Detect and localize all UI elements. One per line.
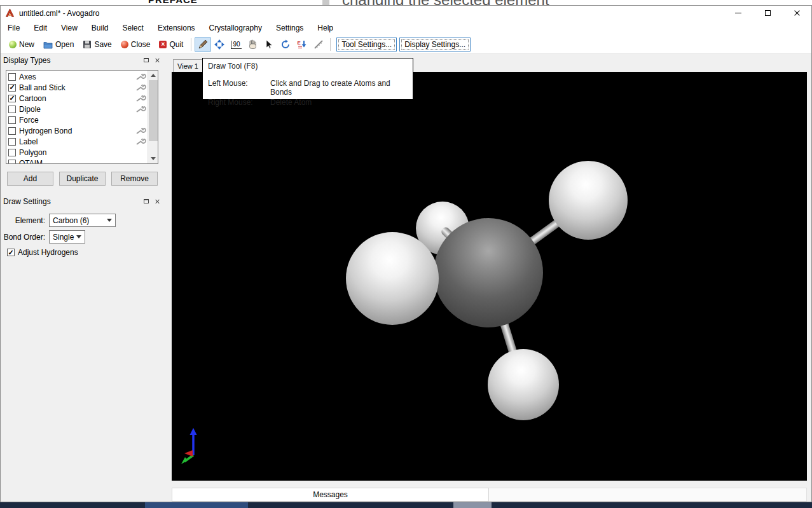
duplicate-button[interactable]: Duplicate — [59, 172, 106, 186]
select-tool-button[interactable] — [261, 37, 277, 52]
wrench-icon[interactable] — [136, 106, 146, 113]
messages-tab[interactable]: Messages — [172, 488, 489, 502]
manipulate-tool-button[interactable] — [244, 37, 261, 52]
screen: PREFACE changing the selected element un… — [0, 0, 812, 508]
close-file-label: Close — [131, 40, 151, 49]
minimize-icon — [735, 13, 741, 13]
adjust-hydrogens-checkbox[interactable]: ✓ — [7, 249, 15, 256]
display-type-row-polygon[interactable]: Polygon — [6, 147, 148, 158]
display-type-row-axes[interactable]: Axes — [6, 71, 148, 82]
close-button[interactable] — [782, 6, 811, 20]
checkbox[interactable] — [8, 116, 16, 124]
checkbox[interactable]: ✓ — [8, 95, 16, 102]
wrench-icon[interactable] — [136, 85, 146, 91]
close-file-button[interactable]: Close — [116, 38, 155, 51]
draw-tool-tooltip: Draw Tool (F8) Left Mouse: Click and Dra… — [202, 58, 413, 100]
save-label: Save — [94, 40, 111, 49]
maximize-button[interactable] — [753, 6, 782, 20]
menu-settings[interactable]: Settings — [269, 21, 310, 35]
optimize-icon: E — [297, 39, 307, 50]
hydrogen-atom-topright[interactable] — [549, 161, 628, 240]
float-panel-button[interactable] — [141, 56, 151, 64]
open-button[interactable]: Open — [39, 38, 78, 51]
minimize-button[interactable] — [724, 6, 753, 20]
close-panel-button[interactable] — [153, 197, 162, 205]
remove-button[interactable]: Remove — [111, 172, 158, 186]
new-button[interactable]: New — [4, 38, 39, 51]
checkbox[interactable] — [8, 149, 16, 156]
hydrogen-atom-bottom[interactable] — [488, 349, 559, 420]
quit-button[interactable]: × Quit — [155, 38, 188, 51]
display-types-header: Display Types — [1, 54, 165, 66]
wrench-icon[interactable] — [136, 139, 146, 145]
tooltip-key: Left Mouse: — [208, 79, 270, 97]
background-bottom-strip-segment — [145, 502, 248, 508]
menu-file[interactable]: File — [1, 21, 27, 35]
draw-tool-button[interactable] — [195, 37, 211, 52]
menubar: File Edit View Build Select Extensions C… — [1, 20, 811, 36]
adjust-hydrogens-row[interactable]: ✓ Adjust Hydrogens — [7, 248, 78, 257]
display-type-row-label[interactable]: Label — [6, 136, 148, 147]
auto-rotate-tool-button[interactable] — [277, 37, 294, 52]
checkbox[interactable] — [8, 160, 16, 165]
toolbar-separator — [330, 38, 331, 51]
display-type-label: Ball and Stick — [19, 83, 65, 92]
display-type-label: Axes — [19, 72, 36, 81]
scroll-down-icon — [151, 157, 156, 160]
scroll-up-button[interactable] — [148, 71, 158, 80]
scroll-up-icon — [151, 74, 156, 77]
view-tab[interactable]: View 1 — [173, 59, 203, 72]
add-button[interactable]: Add — [7, 172, 53, 186]
display-type-row-dipole[interactable]: Dipole — [6, 104, 148, 114]
wrench-icon[interactable] — [136, 128, 146, 134]
chevron-down-icon — [76, 235, 81, 238]
checkbox[interactable] — [8, 106, 16, 113]
auto-optimize-tool-button[interactable]: E — [294, 37, 310, 52]
display-types-list[interactable]: Axes ✓ Ball and Stick ✓ Cartoon Dipole — [6, 70, 158, 164]
bond-angle-icon: 90 — [231, 41, 241, 49]
menu-help[interactable]: Help — [310, 21, 340, 35]
menu-build[interactable]: Build — [85, 21, 116, 35]
molecule-viewport[interactable] — [172, 72, 807, 481]
display-settings-button[interactable]: Display Settings... — [399, 38, 471, 51]
wrench-icon[interactable] — [136, 74, 146, 80]
display-type-row-hydrogen-bond[interactable]: Hydrogen Bond — [6, 125, 148, 136]
navigate-tool-button[interactable] — [211, 37, 228, 52]
display-type-row-cartoon[interactable]: ✓ Cartoon — [6, 93, 148, 104]
menu-edit[interactable]: Edit — [27, 21, 54, 35]
checkbox[interactable] — [8, 127, 16, 135]
draw-settings-header: Draw Settings — [1, 195, 165, 207]
menu-view[interactable]: View — [54, 21, 85, 35]
display-type-row-force[interactable]: Force — [6, 114, 148, 125]
menu-select[interactable]: Select — [116, 21, 151, 35]
window-controls — [724, 6, 811, 20]
checkbox[interactable] — [8, 138, 16, 146]
close-panel-button[interactable] — [153, 56, 162, 64]
list-scrollbar[interactable] — [148, 71, 158, 163]
draw-settings-title: Draw Settings — [3, 197, 51, 206]
background-bottom-strip-segment — [453, 502, 492, 508]
menu-extensions[interactable]: Extensions — [151, 21, 202, 35]
measure-tool-button[interactable] — [310, 37, 327, 52]
hydrogen-atom-left[interactable] — [346, 232, 439, 325]
element-dropdown[interactable]: Carbon (6) — [49, 214, 116, 227]
float-panel-button[interactable] — [141, 197, 151, 205]
messages-label: Messages — [313, 490, 348, 499]
carbon-atom[interactable] — [434, 218, 543, 327]
checkbox[interactable]: ✓ — [8, 84, 16, 92]
save-disk-icon — [83, 40, 92, 49]
scroll-down-button[interactable] — [148, 154, 158, 163]
background-bottom-strip — [0, 502, 812, 508]
wrench-icon[interactable] — [136, 95, 146, 102]
scroll-thumb[interactable] — [149, 80, 158, 141]
bond-order-dropdown[interactable]: Single — [49, 230, 85, 244]
checkbox[interactable] — [8, 73, 16, 81]
tool-settings-button[interactable]: Tool Settings... — [336, 38, 397, 51]
display-type-row-qtaim[interactable]: QTAIM — [6, 158, 148, 164]
menu-crystallography[interactable]: Crystallography — [202, 21, 269, 35]
display-type-row-ball-and-stick[interactable]: ✓ Ball and Stick — [6, 82, 148, 93]
bond-centric-tool-button[interactable]: 90 — [228, 37, 244, 52]
save-button[interactable]: Save — [78, 38, 116, 51]
display-type-label: Cartoon — [19, 94, 46, 103]
measure-icon — [313, 39, 324, 50]
